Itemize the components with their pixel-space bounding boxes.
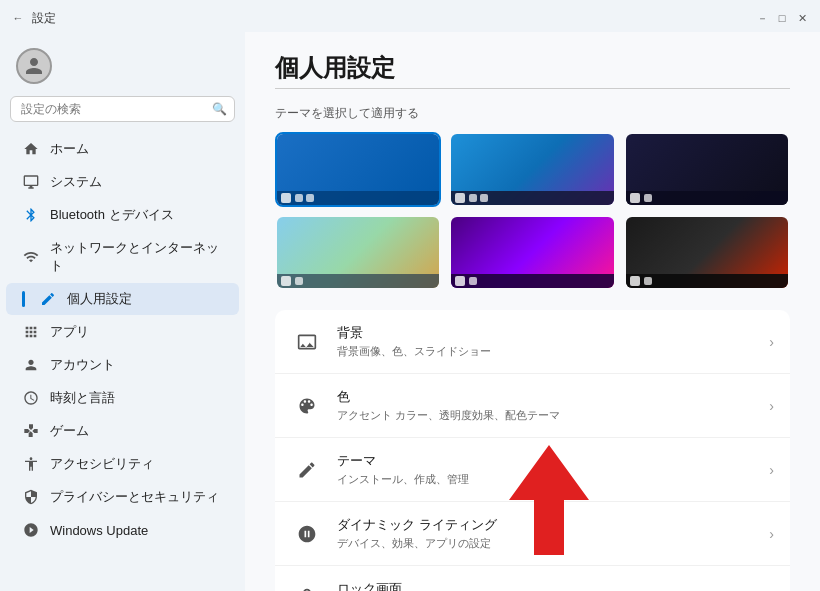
privacy-icon: [22, 488, 40, 506]
avatar[interactable]: [16, 48, 52, 84]
theme-card-flower[interactable]: [624, 215, 790, 290]
settings-item-text-color: 色 アクセント カラー、透明度効果、配色テーマ: [337, 388, 769, 423]
theme-start-flower: [630, 276, 640, 286]
theme-taskbar-win11: [451, 191, 613, 205]
page-title: 個人用設定: [275, 52, 790, 84]
theme-card-blue[interactable]: [275, 132, 441, 207]
sidebar-item-label-accessibility: アクセシビリティ: [50, 455, 154, 473]
user-section: [0, 40, 245, 96]
sidebar-item-apps[interactable]: アプリ: [6, 316, 239, 348]
theme-icon-flower-1: [644, 277, 652, 285]
chevron-right-icon-dynamic: ›: [769, 526, 774, 542]
theme-icon-nature-1: [295, 277, 303, 285]
active-indicator: [22, 291, 25, 307]
sidebar: 🔍 ホーム システム Bluetooth とデバイス: [0, 32, 245, 591]
theme-icon: [291, 454, 323, 486]
theme-start-win11: [455, 193, 465, 203]
theme-preview-win11: [451, 134, 613, 205]
gaming-icon: [22, 422, 40, 440]
theme-preview-dark: [626, 134, 788, 205]
theme-taskbar-nature: [277, 274, 439, 288]
theme-card-dark[interactable]: [624, 132, 790, 207]
settings-item-text-dynamic: ダイナミック ライティング デバイス、効果、アプリの設定: [337, 516, 769, 551]
update-icon: [22, 521, 40, 539]
close-button[interactable]: ✕: [796, 12, 808, 24]
settings-item-dynamic[interactable]: ダイナミック ライティング デバイス、効果、アプリの設定 ›: [275, 502, 790, 566]
sidebar-item-bluetooth[interactable]: Bluetooth とデバイス: [6, 199, 239, 231]
apps-icon: [22, 323, 40, 341]
sidebar-item-label-system: システム: [50, 173, 102, 191]
sidebar-item-label-privacy: プライバシーとセキュリティ: [50, 488, 219, 506]
theme-grid: [275, 132, 790, 290]
theme-icon-purple-1: [469, 277, 477, 285]
sidebar-item-label-personalization: 個人用設定: [67, 290, 132, 308]
nav-menu: ホーム システム Bluetooth とデバイス ネットワークとインターネット: [0, 132, 245, 547]
settings-item-text-background: 背景 背景画像、色、スライドショー: [337, 324, 769, 359]
window-controls: － □ ✕: [756, 12, 808, 24]
themes-section-label: テーマを選択して適用する: [275, 105, 790, 122]
search-input[interactable]: [10, 96, 235, 122]
minimize-button[interactable]: －: [756, 12, 768, 24]
title-bar-left: ← 設定: [12, 10, 56, 27]
sidebar-item-accessibility[interactable]: アクセシビリティ: [6, 448, 239, 480]
sidebar-item-network[interactable]: ネットワークとインターネット: [6, 232, 239, 282]
chevron-right-icon-color: ›: [769, 398, 774, 414]
sidebar-item-time[interactable]: 時刻と言語: [6, 382, 239, 414]
settings-item-title-color: 色: [337, 388, 769, 406]
settings-item-lockscreen[interactable]: ロック画面 ロック画面の画像、アプリ、アニメーション ›: [275, 566, 790, 591]
sidebar-item-gaming[interactable]: ゲーム: [6, 415, 239, 447]
settings-item-title-theme: テーマ: [337, 452, 769, 470]
back-button[interactable]: ←: [12, 12, 24, 24]
sidebar-item-label-gaming: ゲーム: [50, 422, 89, 440]
settings-item-background[interactable]: 背景 背景画像、色、スライドショー ›: [275, 310, 790, 374]
sidebar-item-home[interactable]: ホーム: [6, 133, 239, 165]
accounts-icon: [22, 356, 40, 374]
theme-preview-flower: [626, 217, 788, 288]
system-icon: [22, 173, 40, 191]
settings-item-title-lockscreen: ロック画面: [337, 580, 769, 591]
settings-item-color[interactable]: 色 アクセント カラー、透明度効果、配色テーマ ›: [275, 374, 790, 438]
theme-card-win11[interactable]: [449, 132, 615, 207]
search-box: 🔍: [10, 96, 235, 122]
sidebar-item-windowsupdate[interactable]: Windows Update: [6, 514, 239, 546]
theme-taskbar-blue: [277, 191, 439, 205]
sidebar-item-label-home: ホーム: [50, 140, 89, 158]
title-bar: ← 設定 － □ ✕: [0, 0, 820, 32]
chevron-right-icon-background: ›: [769, 334, 774, 350]
sidebar-item-label-time: 時刻と言語: [50, 389, 115, 407]
theme-start-blue: [281, 193, 291, 203]
bluetooth-icon: [22, 206, 40, 224]
maximize-button[interactable]: □: [776, 12, 788, 24]
settings-item-desc-theme: インストール、作成、管理: [337, 472, 769, 487]
theme-card-purple[interactable]: [449, 215, 615, 290]
settings-item-text-lockscreen: ロック画面 ロック画面の画像、アプリ、アニメーション: [337, 580, 769, 591]
theme-icon-blue-2: [306, 194, 314, 202]
network-icon: [22, 248, 40, 266]
sidebar-item-label-apps: アプリ: [50, 323, 89, 341]
app-title: 設定: [32, 10, 56, 27]
sidebar-item-label-network: ネットワークとインターネット: [50, 239, 223, 275]
page-title-underline: [275, 88, 790, 89]
settings-item-theme[interactable]: テーマ インストール、作成、管理 ›: [275, 438, 790, 502]
theme-start-nature: [281, 276, 291, 286]
sidebar-item-privacy[interactable]: プライバシーとセキュリティ: [6, 481, 239, 513]
content-wrapper: 背景 背景画像、色、スライドショー › 色 アクセント カラー、透明度効果、配色…: [275, 310, 790, 591]
settings-item-desc-background: 背景画像、色、スライドショー: [337, 344, 769, 359]
dynamic-icon: [291, 518, 323, 550]
sidebar-item-accounts[interactable]: アカウント: [6, 349, 239, 381]
time-icon: [22, 389, 40, 407]
settings-item-desc-color: アクセント カラー、透明度効果、配色テーマ: [337, 408, 769, 423]
search-icon: 🔍: [212, 102, 227, 116]
theme-card-nature[interactable]: [275, 215, 441, 290]
sidebar-item-personalization[interactable]: 個人用設定: [6, 283, 239, 315]
settings-item-title-background: 背景: [337, 324, 769, 342]
theme-icon-win11-2: [480, 194, 488, 202]
accessibility-icon: [22, 455, 40, 473]
settings-item-desc-dynamic: デバイス、効果、アプリの設定: [337, 536, 769, 551]
background-icon: [291, 326, 323, 358]
color-icon: [291, 390, 323, 422]
settings-item-text-theme: テーマ インストール、作成、管理: [337, 452, 769, 487]
theme-icon-dark-1: [644, 194, 652, 202]
theme-icon-win11-1: [469, 194, 477, 202]
sidebar-item-system[interactable]: システム: [6, 166, 239, 198]
